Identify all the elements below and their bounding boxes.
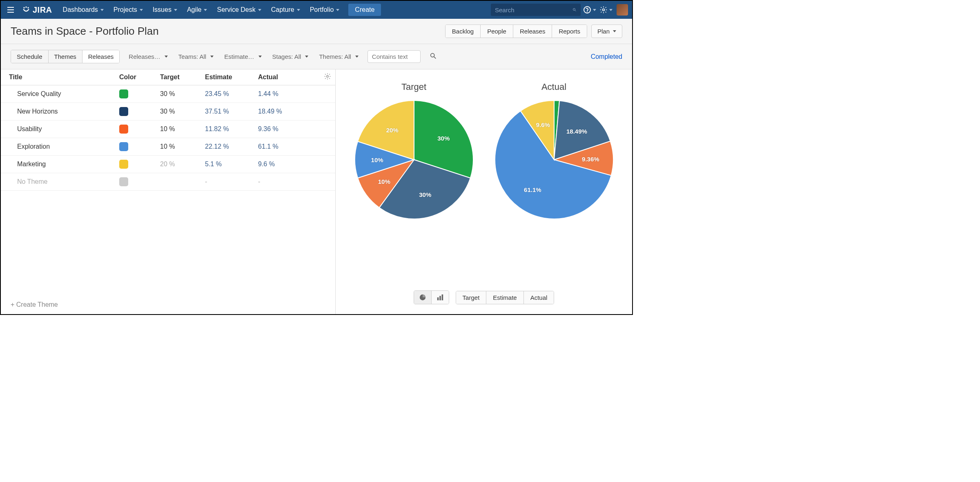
nav-dashboards[interactable]: Dashboards [58, 4, 109, 16]
nav-capture[interactable]: Capture [266, 4, 305, 16]
chevron-down-icon [613, 30, 616, 32]
table-header: Title Color Target Estimate Actual [1, 69, 335, 85]
table-row[interactable]: No Theme-- [1, 173, 335, 191]
themes-table-panel: Title Color Target Estimate Actual Servi… [1, 69, 336, 314]
chart-type-bar[interactable] [432, 291, 449, 304]
th-title[interactable]: Title [9, 74, 119, 81]
chevron-down-icon [165, 56, 168, 58]
tab-backlog[interactable]: Backlog [445, 25, 481, 38]
color-swatch[interactable] [119, 142, 128, 151]
cell-color [119, 177, 160, 186]
table-row[interactable]: Usability10 %11.82 %9.36 % [1, 120, 335, 138]
cell-actual: - [258, 178, 311, 185]
metric-actual[interactable]: Actual [524, 291, 554, 304]
table-row[interactable]: New Horizons30 %37.51 %18.49 % [1, 103, 335, 120]
hamburger-icon[interactable] [5, 4, 16, 16]
search-input[interactable] [495, 7, 572, 13]
nav-projects[interactable]: Projects [109, 4, 148, 16]
slice-label: 9.36% [582, 155, 599, 162]
cell-actual: 18.49 % [258, 108, 311, 115]
chevron-down-icon [355, 56, 359, 58]
create-button[interactable]: Create [348, 4, 381, 16]
tab-releases[interactable]: Releases [513, 25, 552, 38]
cell-color [119, 142, 160, 151]
th-target[interactable]: Target [160, 74, 205, 81]
metric-toggle: TargetEstimateActual [456, 291, 555, 304]
segment-schedule[interactable]: Schedule [11, 50, 49, 63]
color-swatch[interactable] [119, 160, 128, 169]
metric-target[interactable]: Target [456, 291, 487, 304]
table-settings-icon[interactable] [324, 73, 331, 82]
color-swatch[interactable] [119, 89, 128, 98]
search-icon [572, 7, 577, 13]
svg-point-5 [587, 11, 588, 12]
cell-title: Usability [17, 125, 119, 133]
user-avatar[interactable] [617, 4, 628, 16]
th-estimate[interactable]: Estimate [205, 74, 258, 81]
filter-search-icon[interactable] [428, 51, 439, 62]
settings-icon[interactable] [599, 2, 613, 17]
table-row[interactable]: Exploration10 %22.12 %61.1 % [1, 138, 335, 156]
chart-title: Target [401, 82, 426, 92]
slice-label: 20% [386, 127, 399, 134]
slice-label: 10% [371, 156, 383, 163]
color-swatch[interactable] [119, 107, 128, 116]
table-row[interactable]: Service Quality30 %23.45 %1.44 % [1, 85, 335, 103]
pie-icon [419, 294, 426, 301]
svg-rect-11 [439, 296, 441, 300]
chevron-down-icon [174, 9, 177, 11]
brand-text: JIRA [33, 5, 52, 15]
th-color[interactable]: Color [119, 74, 160, 81]
cell-color [119, 125, 160, 134]
filter-stages[interactable]: Stages: All [271, 51, 310, 62]
chevron-down-icon [258, 56, 262, 58]
chart-type-toggle [414, 290, 449, 304]
color-swatch[interactable] [119, 177, 128, 186]
chevron-down-icon [258, 9, 261, 11]
global-search[interactable] [491, 4, 581, 16]
help-icon[interactable] [582, 2, 597, 17]
toolbar: ScheduleThemesReleases Releases… Teams: … [1, 44, 632, 69]
table-row[interactable]: Marketing20 %5.1 %9.6 % [1, 156, 335, 173]
cell-estimate: 5.1 % [205, 161, 258, 168]
text-filter-input[interactable] [368, 50, 421, 63]
chevron-down-icon [336, 9, 339, 11]
chevron-down-icon [297, 9, 300, 11]
nav-issues[interactable]: Issues [148, 4, 182, 16]
create-theme-link[interactable]: + Create Theme [1, 295, 335, 314]
svg-point-7 [431, 54, 434, 57]
cell-estimate: - [205, 178, 258, 185]
cell-actual: 61.1 % [258, 143, 311, 150]
cell-estimate: 22.12 % [205, 143, 258, 150]
cell-target: 30 % [160, 108, 205, 115]
tab-reports[interactable]: Reports [552, 25, 587, 38]
bar-chart-icon [437, 294, 444, 301]
cell-color [119, 89, 160, 98]
cell-estimate: 37.51 % [205, 108, 258, 115]
filter-releases[interactable]: Releases… [127, 51, 169, 62]
segment-themes[interactable]: Themes [49, 50, 82, 63]
svg-rect-10 [437, 297, 439, 300]
jira-logo[interactable]: JIRA [18, 5, 56, 15]
cell-title: New Horizons [17, 108, 119, 115]
cell-target: 10 % [160, 143, 205, 150]
filter-estimate[interactable]: Estimate… [223, 51, 263, 62]
cell-estimate: 11.82 % [205, 125, 258, 133]
plan-menu[interactable]: Plan [591, 25, 622, 38]
slice-label: 30% [437, 135, 450, 142]
chart-type-pie[interactable] [414, 291, 432, 304]
filter-themes[interactable]: Themes: All [317, 51, 360, 62]
segment-releases[interactable]: Releases [82, 50, 120, 63]
tab-people[interactable]: People [481, 25, 513, 38]
th-actual[interactable]: Actual [258, 74, 311, 81]
color-swatch[interactable] [119, 125, 128, 134]
filter-teams[interactable]: Teams: All [177, 51, 215, 62]
nav-agile[interactable]: Agile [182, 4, 212, 16]
nav-portfolio[interactable]: Portfolio [305, 4, 345, 16]
chart-title: Actual [541, 82, 566, 92]
completed-link[interactable]: Completed [591, 53, 622, 60]
nav-service-desk[interactable]: Service Desk [212, 4, 266, 16]
cell-actual: 1.44 % [258, 90, 311, 98]
metric-estimate[interactable]: Estimate [486, 291, 523, 304]
cell-target: 10 % [160, 125, 205, 133]
